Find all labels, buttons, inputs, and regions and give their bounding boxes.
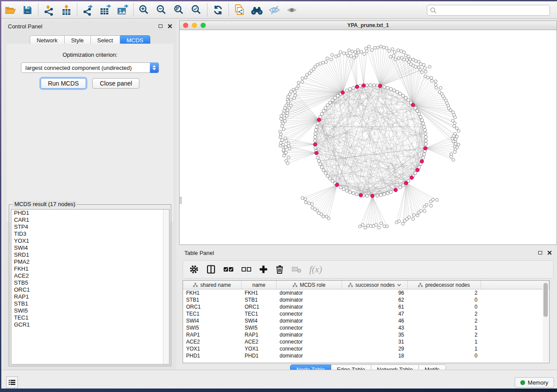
optimization-criterion-value: largest connected component (undirected) — [21, 65, 132, 71]
close-table-panel-icon[interactable] — [547, 251, 552, 255]
cell-predecessor_nodes: 2 — [408, 310, 481, 317]
table-row[interactable]: RAP1RAP1dominator352 — [183, 331, 549, 338]
float-panel-icon[interactable] — [159, 24, 163, 28]
mcds-result-item[interactable]: SWI5 — [11, 307, 169, 314]
mcds-result-item[interactable]: SWI4 — [11, 244, 169, 251]
toolbar-separator — [207, 3, 208, 17]
add-column-icon[interactable] — [259, 265, 268, 274]
import-table-icon[interactable] — [58, 3, 75, 17]
optimization-criterion-select[interactable]: largest connected component (undirected) — [21, 62, 159, 73]
save-icon[interactable] — [19, 3, 36, 17]
zoom-fit-icon[interactable] — [170, 3, 188, 17]
table-row[interactable]: TEC1TEC1connector472 — [183, 310, 549, 317]
memory-button[interactable]: Memory — [515, 377, 554, 388]
search-icon — [430, 7, 437, 14]
binoculars-icon[interactable] — [248, 3, 266, 17]
close-panel-button[interactable]: Close panel — [92, 78, 139, 89]
task-history-button[interactable] — [6, 376, 18, 388]
table-row[interactable]: SWI4SWI4dominator462 — [183, 317, 549, 324]
cell-successor_nodes: 29 — [342, 345, 408, 352]
export-image-icon[interactable] — [114, 3, 131, 17]
mcds-result-list[interactable]: PHD1CAR1STP4TID3YOX1SWI4SRD1PMA2FKH1ACE2… — [11, 209, 170, 364]
close-panel-icon[interactable] — [168, 24, 172, 28]
table-row[interactable]: SWI5SWI5connector431 — [183, 324, 549, 331]
mcds-panel: Optimization criterion: largest connecte… — [7, 44, 173, 222]
search-box — [427, 5, 550, 16]
cell-shared_name: RAP1 — [183, 331, 242, 338]
network-window-titlebar[interactable]: YPA_prune.txt_1 — [180, 21, 557, 30]
cell-successor_nodes: 31 — [342, 338, 408, 345]
mcds-result-item[interactable]: RAP1 — [11, 293, 169, 300]
mcds-result-item[interactable]: STB5 — [11, 279, 169, 286]
open-folder-icon[interactable] — [1, 3, 19, 17]
table-scrollbar-thumb[interactable] — [543, 283, 548, 317]
column-header-name[interactable]: name — [242, 281, 277, 289]
mcds-result-item[interactable]: FKH1 — [11, 265, 169, 272]
select-all-checkboxes-icon[interactable] — [223, 266, 234, 272]
mcds-result-item[interactable]: CAR1 — [11, 217, 169, 224]
mcds-result-item[interactable]: ACE2 — [11, 272, 169, 279]
mcds-result-item[interactable]: YOX1 — [11, 237, 169, 244]
table-row[interactable]: PHD1PHD1dominator180 — [183, 352, 549, 359]
zoom-out-icon[interactable] — [153, 3, 170, 17]
column-type-icon — [418, 283, 423, 287]
control-panel-header: Control Panel — [3, 21, 176, 32]
mcds-result-item[interactable]: SRD1 — [11, 251, 169, 258]
export-table-icon[interactable] — [97, 3, 114, 17]
mcds-result-item[interactable]: PMA2 — [11, 258, 169, 265]
cell-shared_name: FKH1 — [183, 289, 242, 296]
table-row[interactable]: ORC1ORC1dominator610 — [183, 303, 549, 310]
mcds-result-item[interactable]: TID3 — [11, 230, 169, 237]
column-header-MCDS-role[interactable]: MCDS role — [277, 281, 342, 289]
mcds-result-item[interactable]: PHD1 — [11, 210, 169, 217]
hide-selected-icon[interactable] — [266, 3, 283, 17]
cell-successor_nodes: 18 — [342, 352, 408, 359]
mcds-result-title: MCDS result (17 nodes) — [13, 201, 77, 207]
show-all-icon[interactable] — [283, 3, 301, 17]
cell-predecessor_nodes: 1 — [408, 324, 481, 331]
zoom-in-icon[interactable] — [135, 3, 153, 17]
mcds-result-item[interactable]: ORC1 — [11, 286, 169, 293]
mcds-result-item[interactable]: GCR1 — [11, 321, 169, 328]
export-network-icon[interactable] — [79, 3, 97, 17]
cell-successor_nodes: 61 — [342, 303, 408, 310]
delete-column-icon[interactable] — [275, 265, 284, 274]
zoom-selected-icon[interactable] — [188, 3, 205, 17]
mcds-result-item[interactable]: STB1 — [11, 300, 169, 307]
column-type-icon — [193, 283, 198, 287]
cell-name: SWI5 — [242, 324, 277, 331]
table-settings-gear-icon[interactable] — [189, 265, 199, 274]
table-row[interactable]: FKH1FKH1dominator962 — [183, 289, 549, 296]
float-table-panel-icon[interactable] — [538, 251, 542, 254]
toolbar-separator — [77, 3, 77, 17]
cell-successor_nodes: 35 — [342, 331, 408, 338]
run-mcds-button[interactable]: Run MCDS — [41, 78, 86, 89]
network-canvas[interactable] — [180, 30, 557, 244]
cell-mcds_role: dominator — [277, 303, 342, 310]
mcds-result-item[interactable]: STP4 — [11, 224, 169, 230]
cell-shared_name: TEC1 — [183, 310, 242, 317]
table-panel-title: Table Panel — [184, 250, 214, 256]
network-window-title: YPA_prune.txt_1 — [180, 22, 557, 28]
table-row[interactable]: ACE2ACE2connector311 — [183, 338, 549, 345]
cell-mcds_role: dominator — [277, 296, 342, 303]
cell-predecessor_nodes: 0 — [408, 303, 481, 310]
canvas-splitter-handle[interactable] — [180, 197, 182, 204]
refresh-icon[interactable] — [209, 3, 227, 17]
mcds-list-scrollbar[interactable] — [163, 210, 169, 364]
column-header-predecessor-nodes[interactable]: predecessor nodes — [408, 281, 481, 289]
cell-predecessor_nodes: 2 — [408, 331, 481, 338]
show-columns-icon[interactable] — [206, 265, 216, 274]
import-network-icon[interactable] — [40, 3, 58, 17]
column-header-shared-name[interactable]: shared name — [183, 281, 242, 289]
table-row[interactable]: YOX1YOX1connector291 — [183, 345, 549, 352]
deselect-all-checkboxes-icon[interactable] — [241, 266, 252, 272]
mcds-result-item[interactable]: TEC1 — [11, 314, 169, 321]
search-input[interactable] — [427, 5, 550, 16]
column-header-successor-nodes[interactable]: successor nodes — [342, 281, 408, 289]
select-stepper-icon — [150, 62, 159, 73]
network-graph — [180, 30, 557, 244]
cell-predecessor_nodes: 2 — [408, 289, 481, 296]
table-row[interactable]: STB1STB1dominator620 — [183, 296, 549, 303]
clone-network-icon[interactable] — [231, 3, 248, 17]
